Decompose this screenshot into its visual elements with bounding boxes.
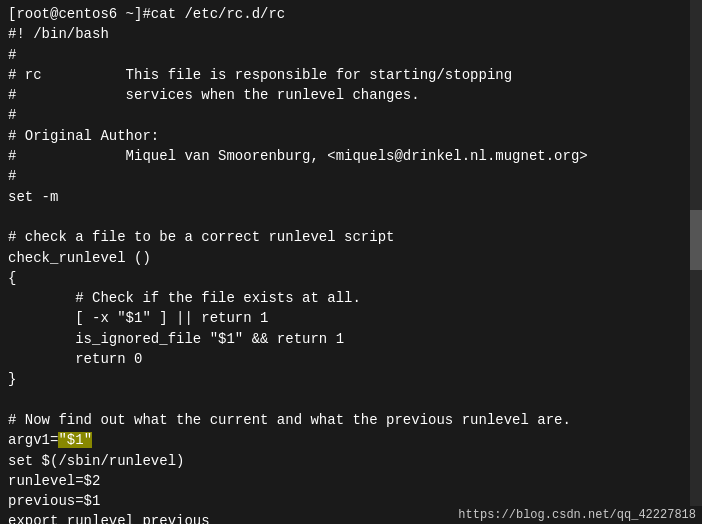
terminal-line: # (8, 45, 694, 65)
terminal-line (8, 390, 694, 410)
terminal-line: [root@centos6 ~]#cat /etc/rc.d/rc (8, 4, 694, 24)
terminal-line: is_ignored_file "$1" && return 1 (8, 329, 694, 349)
terminal-line: set -m (8, 187, 694, 207)
terminal-line: # (8, 105, 694, 125)
terminal-line: # check a file to be a correct runlevel … (8, 227, 694, 247)
scrollbar-thumb[interactable] (690, 210, 702, 270)
terminal-output: [root@centos6 ~]#cat /etc/rc.d/rc #! /bi… (8, 4, 694, 524)
terminal-line: #! /bin/bash (8, 24, 694, 44)
terminal-line (8, 207, 694, 227)
status-bar: https://blog.csdn.net/qq_42227818 (452, 506, 702, 524)
terminal-line: return 0 (8, 349, 694, 369)
terminal-line: set $(/sbin/runlevel) (8, 451, 694, 471)
terminal-line: argv1="$1" (8, 430, 694, 450)
terminal-line: # (8, 166, 694, 186)
terminal-line: # rc This file is responsible for starti… (8, 65, 694, 85)
terminal-line: check_runlevel () (8, 248, 694, 268)
terminal-line: # services when the runlevel changes. (8, 85, 694, 105)
terminal-line: # Miquel van Smoorenburg, <miquels@drink… (8, 146, 694, 166)
terminal-line: # Check if the file exists at all. (8, 288, 694, 308)
terminal-line: { (8, 268, 694, 288)
terminal-line: } (8, 369, 694, 389)
terminal-line: # Original Author: (8, 126, 694, 146)
terminal-line: runlevel=$2 (8, 471, 694, 491)
terminal-line: [ -x "$1" ] || return 1 (8, 308, 694, 328)
terminal-line: # Now find out what the current and what… (8, 410, 694, 430)
terminal-container[interactable]: [root@centos6 ~]#cat /etc/rc.d/rc #! /bi… (0, 0, 702, 524)
scrollbar[interactable] (690, 0, 702, 524)
